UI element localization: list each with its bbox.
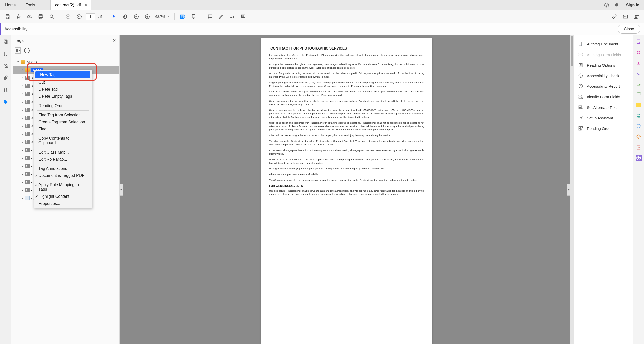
- paragraph-icon: [25, 188, 30, 192]
- right-tools-rail: PDF: [633, 35, 644, 344]
- page-total-label: / 5: [98, 15, 102, 19]
- save-icon[interactable]: [3, 12, 12, 21]
- stamp-icon[interactable]: [239, 12, 248, 21]
- rail-print-icon[interactable]: [636, 113, 642, 119]
- doc-paragraph: Original photographs are not included, o…: [269, 81, 424, 88]
- menu-apply-role-mapping[interactable]: ✓Apply Role Mapping to Tags: [34, 181, 92, 193]
- setup-assistant-button[interactable]: Setup Assistant: [576, 113, 631, 123]
- menu-cut[interactable]: Cut: [34, 79, 92, 86]
- menu-find-tag-from-selection[interactable]: Find Tag from Selection: [34, 112, 92, 119]
- menu-properties[interactable]: Properties...: [34, 200, 92, 207]
- tags-info-icon[interactable]: i: [24, 48, 30, 53]
- rail-organize-icon[interactable]: [636, 91, 642, 97]
- document-scrollbar[interactable]: [570, 35, 574, 344]
- pdf-page: CONTRACT FOR PHOTOGRAPHIC SERVICES It is…: [261, 38, 432, 344]
- layers-icon[interactable]: [3, 87, 9, 93]
- check-icon: [578, 73, 583, 78]
- menu-highlight-content[interactable]: ✓Highlight Content: [34, 193, 92, 200]
- accessibility-close-button[interactable]: Close: [618, 25, 640, 34]
- email-icon[interactable]: [621, 12, 630, 21]
- highlight-icon[interactable]: [217, 12, 226, 21]
- autotag-form-icon: [578, 52, 583, 57]
- reading-options-button[interactable]: Reading Options: [576, 60, 631, 70]
- app-tabbar: Home Tools contract(2).pdf × Sign In: [0, 0, 644, 10]
- menu-delete-empty-tags[interactable]: Delete Empty Tags: [34, 93, 92, 100]
- rail-optimize-icon[interactable]: [636, 134, 642, 140]
- zoom-out-icon[interactable]: [132, 12, 141, 21]
- tags-panel-close-icon[interactable]: ×: [113, 38, 116, 43]
- sign-in-button[interactable]: Sign In: [626, 3, 639, 7]
- menu-edit-role-map[interactable]: Edit Role Map...: [34, 156, 92, 163]
- menu-copy-contents[interactable]: Copy Contents to Clipboard: [34, 135, 92, 146]
- svg-rect-4: [39, 17, 42, 18]
- rail-comment-icon[interactable]: [636, 81, 642, 87]
- menu-edit-class-map[interactable]: Edit Class Map...: [34, 149, 92, 156]
- svg-rect-32: [579, 127, 581, 128]
- tools-tab[interactable]: Tools: [21, 3, 40, 7]
- autotag-document-button[interactable]: Autotag Document: [576, 39, 631, 49]
- signatures-icon[interactable]: [3, 63, 9, 69]
- accessibility-bar: Accessibility Close: [0, 23, 644, 35]
- search-icon[interactable]: [47, 12, 56, 21]
- doc-paragraph: Client will not hold Photographer or the…: [269, 134, 424, 137]
- star-icon[interactable]: [14, 12, 23, 21]
- paragraph-icon: [25, 108, 30, 112]
- collapse-right-panel-icon[interactable]: ▶: [567, 184, 570, 196]
- accessibility-check-button[interactable]: Accessibility Check: [576, 70, 631, 81]
- accessibility-report-button[interactable]: Accessibility Report: [576, 81, 631, 91]
- rail-accessibility-icon[interactable]: [636, 155, 642, 161]
- svg-rect-36: [637, 51, 638, 52]
- help-icon[interactable]: [604, 3, 609, 8]
- comment-icon[interactable]: [206, 12, 215, 21]
- select-tool-icon[interactable]: [110, 12, 119, 21]
- tree-row-part[interactable]: ▾ <Part>: [13, 58, 119, 66]
- svg-point-41: [638, 62, 639, 64]
- share-link-icon[interactable]: [610, 12, 619, 21]
- rail-create-pdf-icon[interactable]: [636, 39, 642, 45]
- set-alternate-text-button[interactable]: Set Alternate Text: [576, 102, 631, 113]
- reading-order-button[interactable]: Reading Order: [576, 123, 631, 134]
- rail-pdf-icon[interactable]: PDF: [636, 144, 642, 150]
- document-tab[interactable]: contract(2).pdf ×: [50, 0, 91, 10]
- hand-tool-icon[interactable]: [121, 12, 130, 21]
- rail-protect-icon[interactable]: [636, 123, 642, 129]
- thumbnails-icon[interactable]: [3, 39, 9, 45]
- menu-document-tagged[interactable]: ✓Document is Tagged PDF: [34, 172, 92, 179]
- close-tab-icon[interactable]: ×: [85, 3, 87, 7]
- zoom-dropdown[interactable]: 68,7%▼: [154, 15, 171, 19]
- tags-options-icon[interactable]: ☰▾: [15, 47, 21, 54]
- doc-paragraph: NOTICE OF COPYRIGHT: It is ILLEGAL to co…: [269, 158, 424, 165]
- tags-rail-icon[interactable]: [3, 99, 9, 105]
- rail-sign-icon[interactable]: [636, 70, 642, 76]
- print-icon[interactable]: [36, 12, 45, 21]
- page-up-icon[interactable]: [64, 12, 73, 21]
- page-down-icon[interactable]: [75, 12, 84, 21]
- share-people-icon[interactable]: [632, 12, 641, 21]
- menu-create-tag-from-selection[interactable]: Create Tag from Selection: [34, 119, 92, 126]
- collapse-left-panel-icon[interactable]: ◀: [120, 184, 123, 196]
- fit-width-icon[interactable]: [178, 12, 187, 21]
- home-tab[interactable]: Home: [0, 3, 21, 7]
- identify-form-fields-button[interactable]: Identify Form Fields: [576, 91, 631, 102]
- document-viewer[interactable]: ◀ CONTRACT FOR PHOTOGRAPHIC SERVICES It …: [120, 35, 574, 344]
- menu-delete-tag[interactable]: Delete Tag: [34, 86, 92, 93]
- attachments-icon[interactable]: [3, 75, 9, 81]
- alt-text-icon: [578, 105, 583, 110]
- notifications-icon[interactable]: [614, 3, 619, 8]
- cloud-upload-icon[interactable]: [25, 12, 34, 21]
- tags-tree[interactable]: ▾ <Part> ▸ <H4> ▸ <P ▸ <P ▸<P> ▸<P> ▸<P>: [11, 57, 119, 344]
- menu-find[interactable]: Find...: [34, 126, 92, 133]
- rail-export-pdf-icon[interactable]: [636, 60, 642, 66]
- menu-tag-annotations[interactable]: Tag Annotations: [34, 165, 92, 172]
- sign-icon[interactable]: [228, 12, 237, 21]
- menu-reading-order[interactable]: Reading Order: [34, 102, 92, 109]
- page-number-input[interactable]: [86, 13, 95, 20]
- bookmarks-icon[interactable]: [3, 51, 9, 57]
- rail-note-icon[interactable]: [636, 102, 642, 108]
- scrollbar-thumb[interactable]: [571, 36, 573, 66]
- scroll-mode-icon[interactable]: [189, 12, 198, 21]
- zoom-in-icon[interactable]: [143, 12, 152, 21]
- menu-new-tag[interactable]: New Tag...: [35, 71, 90, 78]
- rail-edit-pdf-icon[interactable]: [636, 49, 642, 55]
- doc-paragraph: In the event Photographer files suit to …: [269, 149, 424, 156]
